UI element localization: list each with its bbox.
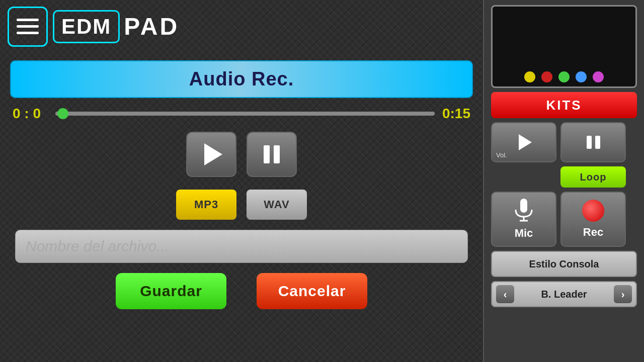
color-dot-4[interactable] bbox=[593, 71, 604, 82]
sidebar-play-button[interactable]: Vol. bbox=[491, 122, 556, 162]
edm-label: EDM bbox=[53, 10, 120, 43]
kits-button[interactable]: KITS bbox=[491, 92, 637, 118]
leader-next-button[interactable]: › bbox=[614, 285, 632, 303]
sidebar-play-icon bbox=[519, 134, 532, 150]
menu-line-2 bbox=[17, 25, 39, 28]
color-dot-0[interactable] bbox=[524, 71, 535, 82]
progress-thumb[interactable] bbox=[57, 108, 68, 119]
vol-label: Vol. bbox=[496, 151, 507, 159]
rec-button[interactable]: Rec bbox=[560, 192, 626, 247]
sidebar-playback-row: Vol. Loop bbox=[491, 122, 637, 188]
sidebar-pause-column: Loop bbox=[560, 122, 626, 188]
action-buttons: Guardar Cancelar bbox=[10, 273, 473, 309]
format-buttons: MP3 WAV bbox=[10, 190, 473, 220]
menu-line-3 bbox=[17, 32, 39, 34]
loop-button[interactable]: Loop bbox=[560, 166, 626, 188]
preview-screen bbox=[491, 5, 637, 88]
wav-button[interactable]: WAV bbox=[247, 190, 307, 220]
mic-icon bbox=[514, 199, 534, 223]
sb-pause-bar-1 bbox=[587, 136, 592, 149]
audio-rec-title: Audio Rec. bbox=[189, 68, 294, 90]
color-dot-1[interactable] bbox=[541, 71, 552, 82]
cancel-button[interactable]: Cancelar bbox=[257, 273, 367, 309]
svg-rect-0 bbox=[520, 199, 527, 213]
mp3-button[interactable]: MP3 bbox=[176, 190, 236, 220]
sb-pause-bar-2 bbox=[595, 136, 600, 149]
time-end: 0:15 bbox=[442, 106, 470, 122]
pause-bar-2 bbox=[274, 145, 280, 163]
pause-bar-1 bbox=[264, 145, 270, 163]
sidebar-pause-icon bbox=[587, 136, 600, 149]
sidebar-pause-button[interactable] bbox=[560, 122, 626, 162]
play-button[interactable] bbox=[186, 132, 236, 177]
audio-rec-banner: Audio Rec. bbox=[10, 60, 473, 98]
leader-prev-button[interactable]: ‹ bbox=[496, 285, 514, 303]
mic-button[interactable]: Mic bbox=[491, 192, 556, 247]
filename-field-wrap bbox=[15, 230, 468, 263]
rec-circle-icon bbox=[582, 200, 604, 222]
menu-button[interactable] bbox=[8, 7, 48, 47]
menu-line-1 bbox=[17, 19, 39, 21]
filename-input[interactable] bbox=[26, 238, 457, 255]
leader-label: B. Leader bbox=[541, 289, 587, 300]
color-dots bbox=[493, 71, 635, 82]
mic-label: Mic bbox=[515, 227, 533, 240]
pad-label: PAD bbox=[124, 13, 179, 40]
pause-icon bbox=[264, 145, 280, 163]
playback-controls bbox=[10, 132, 473, 177]
time-start: 0 : 0 bbox=[13, 106, 48, 122]
estilo-consola-button[interactable]: Estilo Consola bbox=[491, 251, 637, 277]
progress-track[interactable] bbox=[55, 112, 435, 116]
color-dot-2[interactable] bbox=[558, 71, 570, 82]
pause-button[interactable] bbox=[247, 132, 297, 177]
header: EDM PAD bbox=[0, 0, 483, 53]
save-button[interactable]: Guardar bbox=[116, 273, 226, 309]
rec-label: Rec bbox=[583, 226, 603, 239]
sidebar: KITS Vol. Loop Mic bbox=[483, 0, 644, 362]
play-icon bbox=[204, 143, 222, 165]
main-content: Audio Rec. 0 : 0 0:15 MP3 WAV Guardar Ca… bbox=[0, 53, 483, 362]
color-dot-3[interactable] bbox=[576, 71, 587, 82]
leader-row: ‹ B. Leader › bbox=[491, 281, 637, 307]
progress-area: 0 : 0 0:15 bbox=[10, 106, 473, 122]
mic-rec-row: Mic Rec bbox=[491, 192, 637, 247]
app-logo: EDM PAD bbox=[53, 10, 179, 43]
